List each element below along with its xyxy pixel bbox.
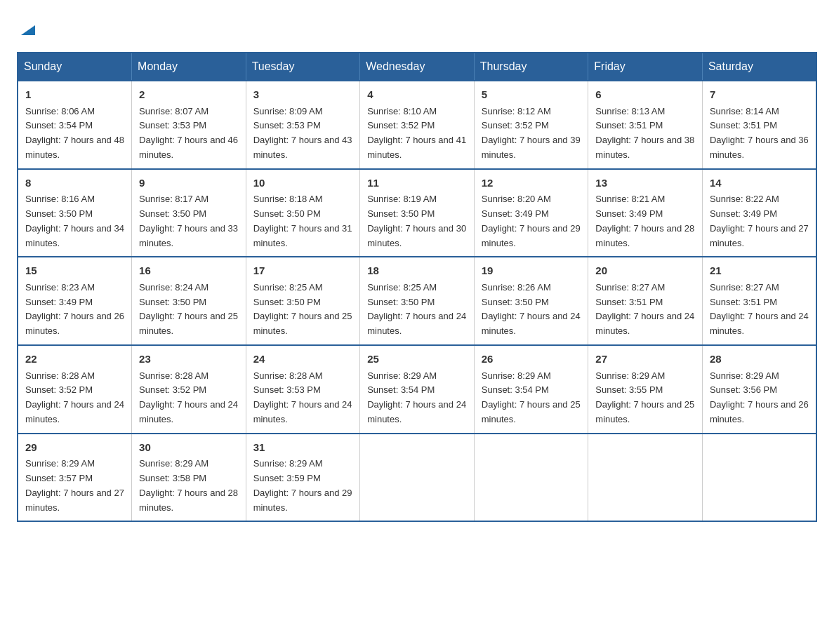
calendar-week-row: 8Sunrise: 8:16 AMSunset: 3:50 PMDaylight… [18,169,816,257]
calendar-cell: 29Sunrise: 8:29 AMSunset: 3:57 PMDayligh… [18,434,132,522]
calendar-week-row: 22Sunrise: 8:28 AMSunset: 3:52 PMDayligh… [18,345,816,434]
calendar-cell: 21Sunrise: 8:27 AMSunset: 3:51 PMDayligh… [702,257,816,345]
day-info: Sunrise: 8:28 AMSunset: 3:52 PMDaylight:… [139,370,238,424]
calendar-cell: 24Sunrise: 8:28 AMSunset: 3:53 PMDayligh… [246,345,360,434]
day-info: Sunrise: 8:17 AMSunset: 3:50 PMDaylight:… [139,194,238,248]
day-number: 21 [710,263,809,279]
day-info: Sunrise: 8:25 AMSunset: 3:50 PMDaylight:… [367,282,466,336]
day-number: 2 [139,87,239,103]
day-info: Sunrise: 8:29 AMSunset: 3:54 PMDaylight:… [482,370,581,424]
calendar-cell: 19Sunrise: 8:26 AMSunset: 3:50 PMDayligh… [474,257,588,345]
calendar-cell: 15Sunrise: 8:23 AMSunset: 3:49 PMDayligh… [18,257,132,345]
day-info: Sunrise: 8:24 AMSunset: 3:50 PMDaylight:… [139,282,238,336]
day-info: Sunrise: 8:28 AMSunset: 3:52 PMDaylight:… [25,370,124,424]
calendar-cell: 3Sunrise: 8:09 AMSunset: 3:53 PMDaylight… [246,81,360,169]
day-info: Sunrise: 8:12 AMSunset: 3:52 PMDaylight:… [482,106,581,160]
col-header-thursday: Thursday [474,53,588,81]
day-info: Sunrise: 8:16 AMSunset: 3:50 PMDaylight:… [25,194,124,248]
col-header-monday: Monday [132,53,246,81]
logo [17,17,38,38]
day-info: Sunrise: 8:07 AMSunset: 3:53 PMDaylight:… [139,106,238,160]
calendar-header-row: SundayMondayTuesdayWednesdayThursdayFrid… [18,53,816,81]
col-header-sunday: Sunday [18,53,132,81]
col-header-friday: Friday [588,53,703,81]
day-number: 19 [482,263,581,279]
calendar-cell: 18Sunrise: 8:25 AMSunset: 3:50 PMDayligh… [360,257,475,345]
day-info: Sunrise: 8:28 AMSunset: 3:53 PMDaylight:… [253,370,352,424]
calendar-cell: 14Sunrise: 8:22 AMSunset: 3:49 PMDayligh… [702,169,816,257]
calendar-cell: 9Sunrise: 8:17 AMSunset: 3:50 PMDaylight… [132,169,246,257]
day-number: 6 [595,87,695,103]
day-number: 7 [710,87,809,103]
calendar-cell: 28Sunrise: 8:29 AMSunset: 3:56 PMDayligh… [702,345,816,434]
day-info: Sunrise: 8:29 AMSunset: 3:58 PMDaylight:… [139,458,238,512]
calendar-cell: 30Sunrise: 8:29 AMSunset: 3:58 PMDayligh… [132,434,246,522]
day-info: Sunrise: 8:29 AMSunset: 3:57 PMDaylight:… [25,458,124,512]
day-info: Sunrise: 8:06 AMSunset: 3:54 PMDaylight:… [25,106,124,160]
calendar-cell [360,434,475,522]
col-header-wednesday: Wednesday [360,53,475,81]
day-number: 18 [367,263,467,279]
day-number: 1 [25,87,124,103]
day-info: Sunrise: 8:18 AMSunset: 3:50 PMDaylight:… [253,194,352,248]
calendar-cell: 11Sunrise: 8:19 AMSunset: 3:50 PMDayligh… [360,169,475,257]
svg-marker-0 [21,25,35,35]
day-number: 8 [25,175,124,192]
day-info: Sunrise: 8:09 AMSunset: 3:53 PMDaylight:… [253,106,352,160]
day-number: 24 [253,351,353,368]
day-info: Sunrise: 8:29 AMSunset: 3:56 PMDaylight:… [710,370,809,424]
day-number: 11 [367,175,467,192]
day-number: 13 [595,175,695,192]
day-number: 16 [139,263,239,279]
calendar-cell: 20Sunrise: 8:27 AMSunset: 3:51 PMDayligh… [588,257,703,345]
calendar-week-row: 1Sunrise: 8:06 AMSunset: 3:54 PMDaylight… [18,81,816,169]
col-header-tuesday: Tuesday [246,53,360,81]
calendar-cell: 13Sunrise: 8:21 AMSunset: 3:49 PMDayligh… [588,169,703,257]
day-number: 28 [710,351,809,368]
calendar-cell: 31Sunrise: 8:29 AMSunset: 3:59 PMDayligh… [246,434,360,522]
calendar-cell: 25Sunrise: 8:29 AMSunset: 3:54 PMDayligh… [360,345,475,434]
col-header-saturday: Saturday [702,53,816,81]
logo-triangle-icon [18,18,38,38]
day-number: 15 [25,263,124,279]
day-info: Sunrise: 8:23 AMSunset: 3:49 PMDaylight:… [25,282,124,336]
day-info: Sunrise: 8:25 AMSunset: 3:50 PMDaylight:… [253,282,352,336]
calendar-cell: 12Sunrise: 8:20 AMSunset: 3:49 PMDayligh… [474,169,588,257]
day-number: 26 [482,351,581,368]
page-header [17,17,817,38]
calendar-cell [588,434,703,522]
day-info: Sunrise: 8:21 AMSunset: 3:49 PMDaylight:… [595,194,694,248]
calendar-cell: 6Sunrise: 8:13 AMSunset: 3:51 PMDaylight… [588,81,703,169]
day-info: Sunrise: 8:29 AMSunset: 3:59 PMDaylight:… [253,458,352,512]
day-info: Sunrise: 8:29 AMSunset: 3:54 PMDaylight:… [367,370,466,424]
calendar-cell: 1Sunrise: 8:06 AMSunset: 3:54 PMDaylight… [18,81,132,169]
day-number: 25 [367,351,467,368]
calendar-cell: 2Sunrise: 8:07 AMSunset: 3:53 PMDaylight… [132,81,246,169]
day-number: 12 [482,175,581,192]
day-number: 17 [253,263,353,279]
day-number: 22 [25,351,124,368]
calendar-cell: 5Sunrise: 8:12 AMSunset: 3:52 PMDaylight… [474,81,588,169]
day-number: 3 [253,87,353,103]
day-number: 20 [595,263,695,279]
day-info: Sunrise: 8:22 AMSunset: 3:49 PMDaylight:… [710,194,809,248]
day-info: Sunrise: 8:19 AMSunset: 3:50 PMDaylight:… [367,194,466,248]
day-info: Sunrise: 8:26 AMSunset: 3:50 PMDaylight:… [482,282,581,336]
day-number: 29 [25,440,124,456]
day-number: 10 [253,175,353,192]
day-info: Sunrise: 8:20 AMSunset: 3:49 PMDaylight:… [482,194,581,248]
calendar-cell: 10Sunrise: 8:18 AMSunset: 3:50 PMDayligh… [246,169,360,257]
calendar-cell: 7Sunrise: 8:14 AMSunset: 3:51 PMDaylight… [702,81,816,169]
calendar-cell: 17Sunrise: 8:25 AMSunset: 3:50 PMDayligh… [246,257,360,345]
day-number: 5 [482,87,581,103]
calendar-cell: 23Sunrise: 8:28 AMSunset: 3:52 PMDayligh… [132,345,246,434]
calendar-cell: 27Sunrise: 8:29 AMSunset: 3:55 PMDayligh… [588,345,703,434]
day-info: Sunrise: 8:29 AMSunset: 3:55 PMDaylight:… [595,370,694,424]
day-info: Sunrise: 8:27 AMSunset: 3:51 PMDaylight:… [595,282,694,336]
calendar-cell: 16Sunrise: 8:24 AMSunset: 3:50 PMDayligh… [132,257,246,345]
day-number: 9 [139,175,239,192]
calendar-cell [474,434,588,522]
calendar-week-row: 29Sunrise: 8:29 AMSunset: 3:57 PMDayligh… [18,434,816,522]
calendar-week-row: 15Sunrise: 8:23 AMSunset: 3:49 PMDayligh… [18,257,816,345]
day-number: 30 [139,440,239,456]
